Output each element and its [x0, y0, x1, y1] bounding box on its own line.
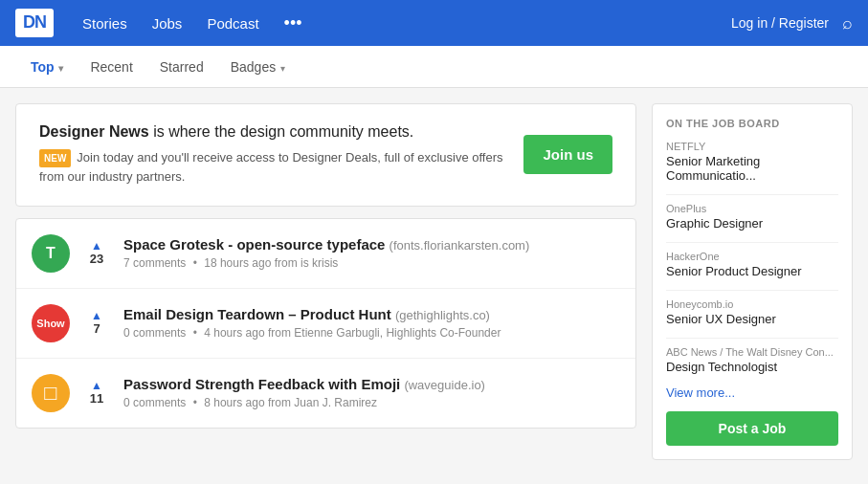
story-list: T ▲ 23 Space Grotesk - open-source typef…: [15, 218, 636, 429]
job-title[interactable]: Senior UX Designer: [666, 312, 838, 326]
subnav: Top ▾ Recent Starred Badges ▾: [0, 46, 868, 88]
story-title[interactable]: Email Design Teardown – Product Hunt (ge…: [123, 306, 620, 322]
nav-stories[interactable]: Stories: [73, 10, 137, 37]
avatar: T: [32, 234, 70, 273]
join-button[interactable]: Join us: [523, 135, 612, 174]
nav-links: Stories Jobs Podcast •••: [73, 8, 712, 39]
author-link[interactable]: Etienne Garbugli, Highlights Co-Founder: [294, 326, 501, 340]
top-caret: ▾: [56, 63, 64, 74]
job-title[interactable]: Graphic Designer: [666, 216, 838, 231]
login-link[interactable]: Log in / Register: [731, 15, 829, 31]
divider: [666, 194, 838, 195]
job-title[interactable]: Senior Marketing Communicatio...: [666, 154, 838, 183]
search-icon[interactable]: ⌕: [842, 13, 853, 33]
job-company: HackerOne: [666, 251, 838, 262]
story-body: Email Design Teardown – Product Hunt (ge…: [123, 306, 620, 340]
story-meta: 0 comments • 8 hours ago from Juan J. Ra…: [123, 396, 620, 409]
subnav-starred[interactable]: Starred: [148, 52, 215, 82]
job-board-title: ON THE JOB BOARD: [666, 118, 838, 129]
list-item: HackerOne Senior Product Designer: [666, 251, 838, 278]
banner-desc-text: Join today and you'll receive access to …: [39, 150, 503, 184]
subnav-badges[interactable]: Badges ▾: [219, 52, 297, 82]
banner-text: Designer News is where the design commun…: [39, 123, 504, 187]
main-layout: Designer News is where the design commun…: [0, 88, 868, 475]
vote-col: ▲ 7: [83, 310, 110, 336]
story-title-text: Email Design Teardown – Product Hunt: [123, 306, 391, 322]
upvote-icon[interactable]: ▲: [91, 380, 102, 391]
table-row: Show ▲ 7 Email Design Teardown – Product…: [16, 289, 635, 359]
badges-caret: ▾: [278, 63, 285, 74]
nav-more-dots[interactable]: •••: [275, 8, 312, 39]
story-body: Space Grotesk - open-source typeface (fo…: [123, 236, 620, 270]
vote-count: 23: [90, 252, 103, 266]
story-title-text: Space Grotesk - open-source typeface: [123, 236, 385, 253]
sidebar: ON THE JOB BOARD NETFLY Senior Marketing…: [652, 103, 853, 460]
comments-link[interactable]: 0 comments: [123, 326, 186, 340]
upvote-icon[interactable]: ▲: [91, 240, 102, 252]
story-time: 18 hours ago: [204, 256, 271, 270]
avatar: Show: [32, 304, 70, 342]
story-domain: (gethighlights.co): [395, 308, 490, 322]
job-company: ABC News / The Walt Disney Con...: [666, 346, 838, 358]
view-more-link[interactable]: View more...: [666, 385, 838, 400]
divider: [666, 338, 838, 339]
nav-podcast[interactable]: Podcast: [197, 10, 268, 37]
job-title[interactable]: Design Technologist: [666, 360, 838, 374]
banner-desc: NEWJoin today and you'll receive access …: [39, 148, 504, 187]
join-banner: Designer News is where the design commun…: [15, 103, 636, 207]
divider: [666, 290, 838, 291]
avatar: □: [32, 374, 70, 412]
author-link[interactable]: is krisis: [300, 256, 338, 270]
new-badge: NEW: [39, 149, 71, 167]
vote-count: 11: [90, 391, 103, 406]
vote-col: ▲ 11: [83, 380, 110, 406]
subnav-recent[interactable]: Recent: [78, 52, 144, 82]
job-board-card: ON THE JOB BOARD NETFLY Senior Marketing…: [652, 103, 853, 460]
content-area: Designer News is where the design commun…: [15, 103, 636, 460]
job-title[interactable]: Senior Product Designer: [666, 264, 838, 278]
author-link[interactable]: Juan J. Ramirez: [294, 396, 377, 409]
story-title[interactable]: Space Grotesk - open-source typeface (fo…: [123, 236, 620, 253]
list-item: Honeycomb.io Senior UX Designer: [666, 298, 838, 326]
list-item: ABC News / The Walt Disney Con... Design…: [666, 346, 838, 374]
story-meta: 0 comments • 4 hours ago from Etienne Ga…: [123, 326, 620, 340]
banner-title: Designer News is where the design commun…: [39, 123, 504, 141]
divider: [666, 242, 838, 243]
story-body: Password Strength Feedback with Emoji (w…: [123, 376, 620, 409]
story-title-text: Password Strength Feedback with Emoji: [123, 376, 400, 392]
vote-col: ▲ 23: [83, 240, 110, 266]
story-meta: 7 comments • 18 hours ago from is krisis: [123, 256, 620, 270]
list-item: OnePlus Graphic Designer: [666, 203, 838, 231]
navbar: DN Stories Jobs Podcast ••• Log in / Reg…: [0, 0, 868, 46]
vote-count: 7: [93, 321, 100, 336]
nav-right: Log in / Register ⌕: [731, 13, 853, 33]
story-domain: (fonts.floriankarsten.com): [389, 238, 530, 253]
story-title[interactable]: Password Strength Feedback with Emoji (w…: [123, 376, 620, 392]
comments-link[interactable]: 0 comments: [123, 396, 186, 409]
banner-brand: Designer News: [39, 123, 149, 140]
post-job-button[interactable]: Post a Job: [666, 411, 838, 446]
logo[interactable]: DN: [15, 9, 54, 37]
story-domain: (waveguide.io): [404, 378, 485, 392]
story-time: 8 hours ago: [204, 396, 264, 409]
list-item: NETFLY Senior Marketing Communicatio...: [666, 141, 838, 183]
comments-link[interactable]: 7 comments: [123, 256, 186, 270]
job-company: OnePlus: [666, 203, 838, 214]
table-row: T ▲ 23 Space Grotesk - open-source typef…: [16, 219, 635, 289]
story-time: 4 hours ago: [204, 326, 264, 340]
nav-jobs[interactable]: Jobs: [143, 10, 192, 37]
job-company: Honeycomb.io: [666, 298, 838, 310]
banner-title-suffix: is where the design community meets.: [149, 123, 414, 140]
subnav-top[interactable]: Top ▾: [19, 52, 75, 82]
job-company: NETFLY: [666, 141, 838, 152]
table-row: □ ▲ 11 Password Strength Feedback with E…: [16, 359, 635, 428]
upvote-icon[interactable]: ▲: [91, 310, 102, 321]
